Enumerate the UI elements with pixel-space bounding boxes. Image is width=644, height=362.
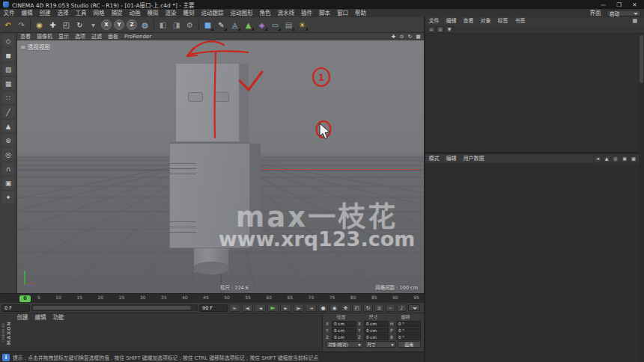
vp-menu-filter[interactable]: 过滤 — [88, 33, 105, 40]
record-scale-button[interactable]: ◰ — [352, 304, 362, 312]
material-menu-edit[interactable]: 编辑 — [31, 313, 49, 322]
record-parameter-button[interactable]: ≡ — [374, 304, 384, 312]
recent-tools-dropdown[interactable]: ▾ — [87, 19, 100, 31]
om-menu-bookmarks[interactable]: 书签 — [511, 17, 529, 25]
record-pla-button[interactable]: ~ — [386, 304, 395, 312]
am-menu-userdata[interactable]: 用户数据 — [460, 154, 487, 163]
history-up-icon[interactable]: ▲ — [603, 156, 610, 162]
menu-mesh[interactable]: 网格 — [90, 9, 108, 17]
current-frame-marker[interactable]: 0 — [19, 295, 31, 302]
am-menu-mode[interactable]: 模式 — [425, 154, 443, 163]
rot-p-field[interactable]: 0 ° — [396, 328, 421, 334]
menu-help[interactable]: 帮助 — [352, 9, 370, 17]
rotate-view-icon[interactable]: ↻ — [407, 33, 413, 40]
menu-snap[interactable]: 捕捉 — [108, 9, 126, 17]
menu-edit[interactable]: 编辑 — [18, 9, 36, 17]
next-key-button[interactable]: |► — [293, 304, 304, 312]
scale-tool-icon[interactable]: ◰ — [60, 19, 73, 31]
vp-menu-cameras[interactable]: 摄像机 — [34, 33, 55, 40]
light-icon[interactable]: ☀ — [296, 19, 309, 31]
size-mode-dropdown[interactable]: 尺寸 — [365, 341, 395, 348]
toggle-views-icon[interactable]: ▦ — [415, 33, 422, 40]
menu-plugins[interactable]: 插件 — [298, 9, 316, 17]
pan-view-icon[interactable]: ✚ — [390, 33, 397, 40]
x-axis-lock-button[interactable]: X — [101, 19, 112, 30]
pos-x-field[interactable]: 0 cm — [332, 321, 356, 327]
solo-mode-icon[interactable]: ◎ — [2, 148, 15, 161]
model-mode-icon[interactable]: ◼ — [2, 49, 15, 61]
am-menu-edit[interactable]: 编辑 — [443, 154, 460, 163]
om-menu-view[interactable]: 查看 — [460, 17, 477, 25]
menu-motion-tracker[interactable]: 运动跟踪 — [198, 9, 227, 17]
menu-file[interactable]: 文件 — [0, 9, 18, 17]
floor-icon[interactable]: ▭ — [269, 19, 282, 31]
menu-render[interactable]: 渲染 — [162, 9, 180, 17]
menu-sculpt[interactable]: 雕刻 — [180, 9, 198, 17]
playback-options-dropdown[interactable] — [408, 304, 420, 311]
object-list[interactable] — [425, 34, 639, 152]
rotate-tool-icon[interactable]: ↻ — [73, 19, 86, 31]
menu-tools[interactable]: 工具 — [72, 9, 90, 17]
texture-mode-icon[interactable]: ▨ — [2, 63, 15, 76]
subdivision-surface-icon[interactable]: ◬ — [228, 19, 241, 31]
attribute-area[interactable] — [425, 163, 639, 362]
am-panel-icon[interactable]: ▦ — [630, 156, 637, 162]
workplane-lock-icon[interactable]: ▣ — [2, 177, 15, 189]
pos-y-field[interactable]: 0 cm — [332, 328, 356, 334]
viewport-canvas[interactable]: max一枝花 www.xrq123.com 1 2 — [17, 40, 424, 293]
autokey-button[interactable]: ◉ — [329, 304, 339, 312]
snap-toggle-icon[interactable]: ∩ — [2, 162, 15, 175]
rot-h-field[interactable]: 0 ° — [396, 321, 421, 327]
menu-mograph[interactable]: 运动图形 — [227, 9, 256, 17]
live-selection-icon[interactable]: ◉ — [33, 19, 46, 31]
om-filter-icon[interactable]: ▼ — [446, 26, 453, 33]
vp-menu-options[interactable]: 选项 — [72, 33, 88, 40]
size-y-field[interactable]: 0 cm — [364, 328, 389, 334]
preview-range-scrollbar[interactable] — [31, 304, 198, 311]
om-search-icon[interactable]: ◎ — [437, 26, 444, 33]
apply-button[interactable]: 应用 — [398, 341, 421, 348]
cube-primitive-icon[interactable]: ■ — [201, 19, 214, 31]
om-menu-edit[interactable]: 编辑 — [443, 17, 460, 25]
axis-mode-icon[interactable]: ⊕ — [2, 134, 15, 147]
om-panel-icon[interactable]: ▦ — [629, 17, 644, 25]
menu-create[interactable]: 创建 — [36, 9, 54, 17]
maximize-button[interactable]: ❐ — [613, 1, 625, 8]
rot-b-field[interactable]: 0 ° — [396, 334, 421, 340]
menu-window[interactable]: 窗口 — [334, 9, 352, 17]
minimize-button[interactable]: — — [597, 1, 610, 8]
next-frame-button[interactable]: ► — [280, 304, 291, 312]
menu-simulate[interactable]: 模拟 — [144, 9, 162, 17]
workplane-mode-icon[interactable]: ▦ — [2, 77, 15, 90]
goto-end-button[interactable]: ⇥ — [306, 304, 317, 312]
vp-menu-display[interactable]: 显示 — [55, 33, 72, 40]
zoom-view-icon[interactable]: ⊙ — [398, 33, 405, 40]
goto-start-button[interactable]: ⇤ — [229, 304, 240, 312]
move-tool-icon[interactable]: ✚ — [46, 19, 59, 31]
view-label[interactable]: ▤ 透视视图 — [21, 43, 50, 51]
z-axis-lock-button[interactable]: Z — [127, 19, 137, 30]
make-editable-icon[interactable]: ◇ — [2, 34, 15, 47]
record-keyframe-button[interactable]: ● — [318, 304, 328, 312]
material-menu-function[interactable]: 功能 — [49, 313, 67, 322]
menu-animate[interactable]: 动画 — [126, 9, 144, 17]
coord-mode-dropdown[interactable]: 对象(相对) — [326, 341, 363, 348]
range-end-field[interactable]: 90 F — [199, 304, 228, 312]
om-menu-objects[interactable]: 对象 — [477, 17, 494, 25]
timeline-ruler[interactable]: 0 5 10 15 20 25 30 35 40 45 50 55 60 65 … — [0, 293, 424, 302]
vp-menu-prorender[interactable]: ProRender — [121, 33, 154, 40]
record-rotation-button[interactable]: ↻ — [363, 304, 373, 312]
record-position-button[interactable]: ✚ — [341, 304, 350, 312]
vp-menu-view[interactable]: 查看 — [17, 33, 34, 40]
menu-character[interactable]: 角色 — [256, 9, 274, 17]
undo-icon[interactable]: ↶ — [1, 19, 14, 31]
prev-frame-button[interactable]: ◄ — [255, 304, 266, 312]
render-settings-icon[interactable]: ⚙ — [183, 19, 196, 31]
scrollbar-thumb[interactable] — [640, 35, 643, 83]
menu-pipeline[interactable]: 流水线 — [274, 9, 298, 17]
am-search-icon[interactable]: ◎ — [612, 156, 619, 162]
close-button[interactable]: ✕ — [628, 1, 641, 8]
size-x-field[interactable]: 0 cm — [364, 321, 389, 327]
vp-menu-panel[interactable]: 面板 — [105, 33, 121, 40]
render-picture-viewer-icon[interactable]: ◨ — [170, 19, 183, 31]
